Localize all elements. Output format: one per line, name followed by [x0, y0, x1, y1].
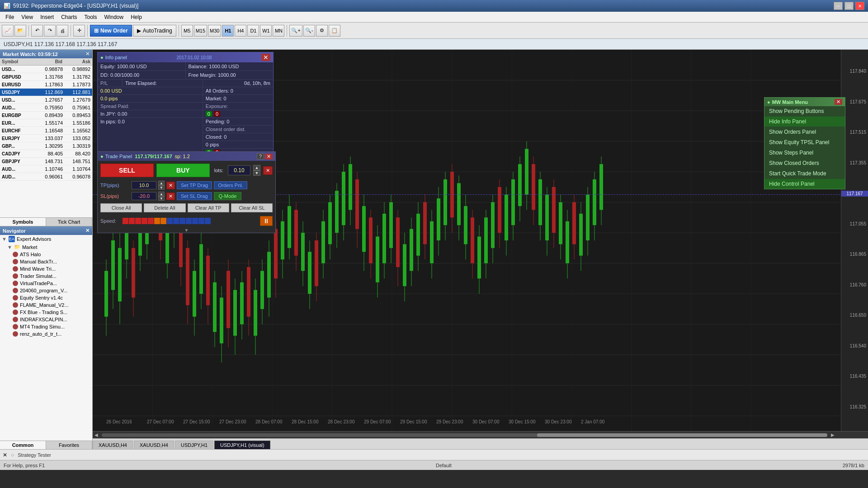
nav-item-equity-sentry[interactable]: Equity Sentry v1.4c	[0, 294, 92, 301]
mw-menu-item-show-pending[interactable]: Show Pending Buttons	[764, 106, 845, 117]
tp-up-button[interactable]: ▲	[158, 181, 165, 185]
scroll-left-arrow[interactable]: ◀	[93, 432, 100, 437]
menu-view[interactable]: View	[18, 13, 37, 21]
clear-tp-button[interactable]: Clear All TP	[188, 203, 229, 212]
mw-menu-item-show-equity-tpsl[interactable]: Show Equity TPSL Panel	[764, 137, 845, 148]
tf-m30[interactable]: M30	[208, 25, 221, 37]
back-button[interactable]: ↶	[31, 25, 43, 37]
navigator-close[interactable]: ✕	[85, 228, 90, 234]
sell-button[interactable]: SELL	[100, 164, 154, 177]
clear-sl-button[interactable]: Clear All SL	[231, 203, 273, 212]
mw-row-aud3[interactable]: AUD... 0.96061 0.96078	[0, 173, 92, 181]
speed-pause-button[interactable]: ⏸	[260, 216, 273, 226]
menu-help[interactable]: Help	[127, 13, 146, 21]
nav-expert-advisors[interactable]: ▼ EA Expert Advisors	[0, 235, 92, 243]
mw-row-eurusd[interactable]: EURUSD 1.17863 1.17873	[0, 81, 92, 89]
nav-tab-favorites[interactable]: Favorites	[46, 441, 92, 449]
menu-charts[interactable]: Charts	[57, 13, 80, 21]
nav-item-fxblue[interactable]: FX Blue - Trading S...	[0, 309, 92, 316]
lots-input[interactable]	[228, 165, 250, 175]
q-mode-button[interactable]: Q-Mode	[214, 192, 242, 200]
mw-menu-item-show-steps[interactable]: Show Steps Panel	[764, 148, 845, 158]
mw-menu-close[interactable]: ✕	[835, 99, 842, 105]
mw-row-gbpusd[interactable]: GBPUSD 1.31768 1.31782	[0, 73, 92, 81]
chart-container[interactable]: 26 Dec 2016 27 Dec 07:00 27 Dec 15:00 27…	[93, 50, 868, 431]
nav-item-204060[interactable]: 204060_program_V...	[0, 287, 92, 294]
market-watch-close[interactable]: ✕	[85, 51, 90, 57]
zoom-in-button[interactable]: 🔍+	[289, 25, 302, 37]
lots-down-button[interactable]: ▼	[253, 170, 260, 176]
nav-market-folder[interactable]: ▼ 📁 Market	[0, 243, 92, 251]
tp-clear-button[interactable]: ✕	[166, 182, 175, 189]
tf-h1[interactable]: H1	[222, 25, 234, 37]
mw-row-aud1[interactable]: AUD... 0.75950 0.75961	[0, 104, 92, 112]
open-button[interactable]: 📂	[14, 25, 26, 37]
buy-button[interactable]: BUY	[156, 164, 210, 177]
tab-xauusd-h4-1[interactable]: XAUUSD,H4	[93, 441, 133, 449]
nav-item-flame[interactable]: FLAME_Manual_V2...	[0, 301, 92, 309]
lots-clear-button[interactable]: ✕	[263, 166, 273, 175]
tf-w1[interactable]: W1	[260, 25, 272, 37]
scroll-thumb[interactable]	[537, 433, 827, 437]
maximize-button[interactable]: □	[844, 2, 854, 10]
nav-item-manual-backtr[interactable]: Manual BackTr...	[0, 258, 92, 265]
template-button[interactable]: 📋	[329, 25, 340, 37]
sl-clear-button[interactable]: ✕	[166, 192, 175, 200]
sl-down-button[interactable]: ▼	[158, 196, 165, 201]
set-sl-drag-button[interactable]: Set SL Drag	[177, 192, 212, 200]
tf-d1[interactable]: D1	[247, 25, 259, 37]
mw-row-usd2[interactable]: USD... 1.27657 1.27679	[0, 96, 92, 104]
nav-item-virtualtrade[interactable]: VirtualTradePa...	[0, 280, 92, 287]
tp-input[interactable]	[132, 181, 156, 189]
zoom-out-button[interactable]: 🔍-	[303, 25, 315, 37]
tf-mn[interactable]: MN	[273, 25, 284, 37]
minimize-button[interactable]: ─	[834, 2, 843, 10]
mw-row-eurgbp[interactable]: EURGBP 0.89439 0.89453	[0, 112, 92, 119]
lots-up-button[interactable]: ▲	[253, 165, 260, 170]
nav-item-indrafxscalping[interactable]: INDRAFXSCALPIN...	[0, 316, 92, 323]
strategy-tester-checkbox[interactable]: ○	[11, 452, 14, 458]
trade-panel-expand[interactable]: ▼	[98, 228, 275, 233]
set-tp-drag-button[interactable]: Set TP Drag	[177, 181, 212, 189]
mw-row-usd1[interactable]: USD... 0.98878 0.98892	[0, 66, 92, 73]
mw-row-aud2[interactable]: AUD... 1.10746 1.10764	[0, 165, 92, 173]
tf-m15[interactable]: M15	[194, 25, 207, 37]
strategy-tester-toggle[interactable]: ✕	[3, 452, 7, 458]
tp-down-button[interactable]: ▼	[158, 185, 165, 190]
mw-menu-item-hide-control[interactable]: Hide Control Panel	[764, 179, 845, 189]
orders-pnl-button[interactable]: Orders Pnl.	[214, 181, 247, 189]
tab-symbols[interactable]: Symbols	[0, 218, 46, 226]
menu-insert[interactable]: Insert	[37, 13, 57, 21]
trade-help-button[interactable]: ?	[257, 153, 264, 160]
crosshair-button[interactable]: ✛	[73, 25, 85, 37]
tf-h4[interactable]: H4	[235, 25, 246, 37]
sl-up-button[interactable]: ▲	[158, 192, 165, 196]
nav-item-ats-halo[interactable]: ATS Halo	[0, 251, 92, 258]
mw-menu-item-show-closed[interactable]: Show Closed Orders	[764, 158, 845, 169]
tf-m5[interactable]: M5	[181, 25, 193, 37]
mw-row-gbpjpy[interactable]: GBPJPY 148.731 148.751	[0, 158, 92, 165]
nav-item-renz[interactable]: renz_auto_d_tr_t...	[0, 330, 92, 338]
properties-button[interactable]: ⚙	[316, 25, 328, 37]
menu-tools[interactable]: Tools	[81, 13, 101, 21]
trade-close-button[interactable]: ✕	[265, 154, 273, 160]
mw-row-gbp1[interactable]: GBP... 1.30295 1.30319	[0, 142, 92, 150]
mw-menu-item-show-orders[interactable]: Show Orders Panel	[764, 127, 845, 137]
mw-menu-item-start-quick[interactable]: Start Quick Trade Mode	[764, 169, 845, 179]
close-button[interactable]: ✕	[855, 2, 864, 10]
tab-tick-chart[interactable]: Tick Chart	[46, 218, 92, 226]
tab-usdjpy-h1-visual[interactable]: USDJPY,H1 (visual)	[214, 441, 270, 449]
nav-tab-common[interactable]: Common	[0, 441, 46, 449]
menu-window[interactable]: Window	[101, 13, 127, 21]
mw-row-cadjpy[interactable]: CADJPY 88.405 88.420	[0, 150, 92, 158]
nav-item-trader-sim[interactable]: Trader Simulat...	[0, 272, 92, 280]
mw-menu-item-hide-info[interactable]: Hide Info Panel	[764, 117, 845, 127]
tab-xauusd-h4-2[interactable]: XAUUSD,H4	[134, 441, 174, 449]
scroll-right-arrow[interactable]: ▶	[829, 432, 836, 437]
delete-all-button[interactable]: Delete All	[144, 203, 185, 212]
nav-item-mind-wave[interactable]: Mind Wave Tri...	[0, 265, 92, 272]
mw-row-usdjpy[interactable]: USDJPY 112.869 112.881	[0, 89, 92, 96]
new-chart-button[interactable]: 📈	[2, 25, 14, 37]
mw-row-eur1[interactable]: EUR... 1.55174 1.55186	[0, 119, 92, 127]
auto-trading-button[interactable]: ▶ AutoTrading	[133, 25, 176, 37]
